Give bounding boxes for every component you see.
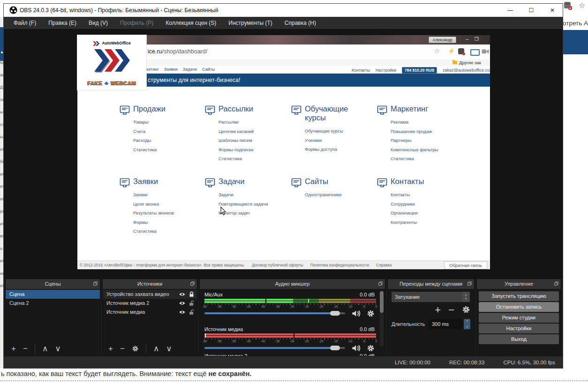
stop-recording-button[interactable]: Остановить запись (479, 302, 559, 312)
card-title-mailings[interactable]: Рассылки (219, 104, 289, 113)
nav-item-requests[interactable]: Заявки (164, 67, 178, 72)
frame-extension-icon[interactable] (470, 49, 480, 56)
account-email[interactable]: zakaz@autoweboffice.com ▾ (443, 68, 490, 73)
browser-restore-icon[interactable]: ❒ (475, 36, 479, 43)
speaker-icon[interactable] (352, 310, 361, 317)
dock-float-icon[interactable] (190, 281, 195, 286)
dashboard-link[interactable]: Одностраничники (305, 190, 376, 199)
camera-extension-icon[interactable] (482, 49, 489, 54)
browser-extension-icon[interactable]: x (564, 2, 571, 8)
card-title-courses[interactable]: Обучающие курсы (305, 104, 360, 122)
dashboard-link[interactable]: Сотрудники (391, 199, 461, 209)
dashboard-link[interactable]: Товары (133, 118, 204, 127)
card-title-sales[interactable]: Продажи (133, 104, 204, 113)
add-scene-button[interactable]: + (11, 345, 16, 353)
dock-float-icon[interactable] (378, 281, 383, 286)
volume-slider-mic[interactable] (204, 311, 345, 316)
menu-profile[interactable]: Профиль (P) (114, 17, 159, 29)
scene-item-selected[interactable]: Сцена (6, 290, 100, 299)
dashboard-link[interactable]: Повышение продаж (391, 127, 461, 136)
lock-open-icon[interactable] (189, 300, 194, 306)
card-title-sites[interactable]: Сайты (305, 177, 376, 186)
remove-transition-button[interactable]: − (448, 306, 454, 314)
dashboard-link[interactable]: Статистика (133, 227, 204, 236)
source-item-capture-device[interactable]: Устройство захвата видео (103, 290, 197, 299)
studio-mode-button[interactable]: Режим студии (479, 313, 559, 323)
address-bar[interactable]: ice.ru/shop/dashboard/ (148, 48, 207, 55)
card-title-contacts[interactable]: Контакты (391, 177, 461, 186)
minimize-button[interactable]: — (501, 4, 520, 17)
visibility-eye-icon[interactable] (179, 310, 186, 314)
visibility-eye-icon[interactable] (179, 301, 186, 305)
start-streaming-button[interactable]: Запустить трансляцию (479, 291, 559, 301)
browser-minimize-icon[interactable]: – (466, 36, 468, 43)
dashboard-link[interactable]: Статистика (219, 154, 289, 163)
dashboard-link[interactable]: Заявки (133, 190, 204, 199)
move-source-down-button[interactable]: ∨ (166, 345, 172, 353)
dashboard-link[interactable]: Формы (133, 218, 204, 227)
exit-button[interactable]: Выход (479, 334, 559, 344)
mixer-gear-icon[interactable] (367, 310, 375, 318)
lock-icon[interactable] (189, 291, 194, 297)
slider-handle[interactable] (330, 311, 340, 316)
nav-item-settings[interactable]: Настройки (376, 68, 396, 73)
dashboard-link[interactable]: Шаблоны писем (219, 136, 289, 145)
menu-file[interactable]: Файл (F) (8, 17, 42, 29)
scrollbar-thumb[interactable] (380, 291, 384, 313)
card-title-requests[interactable]: Заявки (133, 177, 204, 186)
nav-item-sites[interactable]: Сайты (202, 67, 215, 72)
scene-item[interactable]: Сцена 2 (6, 299, 100, 308)
bookmark-star-icon[interactable]: ☆ (579, 1, 585, 10)
mixer-scrollbar[interactable] (380, 290, 384, 347)
dashboard-link[interactable]: Результаты звонков (133, 208, 204, 218)
dashboard-link[interactable]: Контакты (391, 190, 461, 199)
dashboard-link[interactable]: Рассылки (219, 118, 289, 127)
card-title-marketing[interactable]: Маркетинг (391, 104, 461, 113)
dashboard-link[interactable]: Цели звонка (133, 199, 204, 209)
menu-scene-collection[interactable]: Коллекция сцен (S) (159, 17, 222, 29)
dock-float-icon[interactable] (554, 281, 558, 286)
obs-titlebar[interactable]: OBS 24.0.3 (64-bit, windows) - Профиль: … (4, 4, 563, 17)
dashboard-link[interactable]: Повторяющиеся задачи (219, 199, 289, 209)
card-title-tasks[interactable]: Задачи (219, 177, 289, 186)
transition-select[interactable]: Затухание (392, 292, 462, 302)
dashboard-link[interactable]: Монитор задач (219, 208, 289, 218)
add-source-button[interactable]: + (108, 345, 113, 353)
menu-view[interactable]: Вид (V) (83, 17, 114, 29)
dashboard-link[interactable]: Цепочки касаний (219, 127, 289, 136)
menu-edit[interactable]: Правка (E) (42, 17, 83, 29)
dark-extension-icon[interactable] (458, 48, 464, 54)
dashboard-link[interactable]: Формы доступа (305, 145, 376, 154)
dashboard-link[interactable]: Обучающие курсы (305, 126, 376, 136)
transition-gear-icon[interactable] (462, 305, 470, 314)
footer-link-privacy[interactable]: Политика конфиденциальности (310, 263, 369, 267)
footer-link-offer[interactable]: Договор публичной оферты (252, 263, 303, 267)
lock-open-icon[interactable] (189, 309, 194, 315)
source-properties-gear-icon[interactable] (132, 345, 139, 352)
dashboard-link[interactable]: Статистика (133, 145, 204, 155)
settings-button[interactable]: Настройки (479, 324, 559, 333)
dashboard-link[interactable]: Ученики (305, 136, 376, 145)
slider-handle[interactable] (330, 346, 340, 350)
maximize-button[interactable]: ☐ (522, 4, 541, 17)
other-bookmarks-label[interactable]: Другие зак (459, 60, 481, 65)
browser-account-button[interactable]: Александр (429, 37, 456, 43)
bookmark-this-icon[interactable]: ☆ (434, 47, 440, 55)
volume-slider-media[interactable] (204, 346, 345, 350)
dashboard-link[interactable]: Формы подписки (219, 145, 289, 155)
nav-item-tasks[interactable]: Задачи (183, 67, 197, 72)
source-item-media[interactable]: Источник медиа (103, 308, 197, 317)
speaker-icon[interactable] (352, 345, 361, 352)
menu-help[interactable]: Справка (H) (279, 17, 322, 29)
dock-float-icon[interactable] (93, 281, 98, 286)
visibility-eye-icon[interactable] (179, 292, 186, 296)
dashboard-link[interactable]: Статистика (391, 154, 461, 163)
remove-source-button[interactable]: − (120, 345, 125, 353)
duration-spin-arrows[interactable]: ⌃⌄ (464, 319, 470, 329)
remove-scene-button[interactable]: − (23, 345, 28, 353)
dashboard-link[interactable]: Расходы (133, 136, 204, 145)
dashboard-link[interactable]: Контрагенты (391, 218, 461, 227)
bolt-extension-icon[interactable]: ⚡ (448, 48, 455, 54)
dashboard-link[interactable]: Счета (133, 127, 204, 136)
dashboard-link[interactable]: Комплексные фильтры (391, 145, 461, 155)
